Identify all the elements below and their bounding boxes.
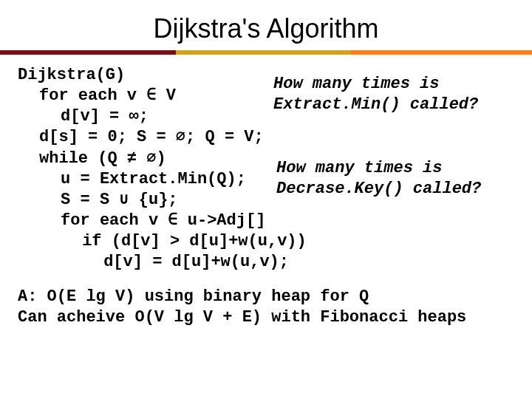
answer-block: A: O(E lg V) using binary heap for Q Can… (0, 273, 532, 328)
answer-line: A: O(E lg V) using binary heap for Q (18, 287, 514, 307)
annotation-decreasekey: How many times is Decrase.Key() called? (276, 158, 481, 200)
slide: Dijkstra's Algorithm Dijkstra(G) for eac… (0, 13, 532, 399)
code-block: Dijkstra(G) for each v ∈ V d[v] = ∞; d[s… (0, 55, 532, 273)
code-line: for each v ∈ u->Adj[] (18, 211, 514, 231)
annotation-line: How many times is (273, 74, 478, 95)
code-line: d[v] = d[u]+w(u,v); (18, 252, 514, 273)
annotation-line: Decrase.Key() called? (276, 179, 481, 200)
annotation-extractmin: How many times is Extract.Min() called? (273, 74, 478, 115)
code-line: d[s] = 0; S = ∅; Q = V; (18, 127, 514, 148)
annotation-line: Extract.Min() called? (273, 95, 478, 115)
code-line: if (d[v] > d[u]+w(u,v)) (18, 231, 514, 252)
slide-title: Dijkstra's Algorithm (0, 13, 532, 44)
answer-line: Can acheive O(V lg V + E) with Fibonacci… (18, 307, 514, 328)
annotation-line: How many times is (276, 158, 481, 179)
